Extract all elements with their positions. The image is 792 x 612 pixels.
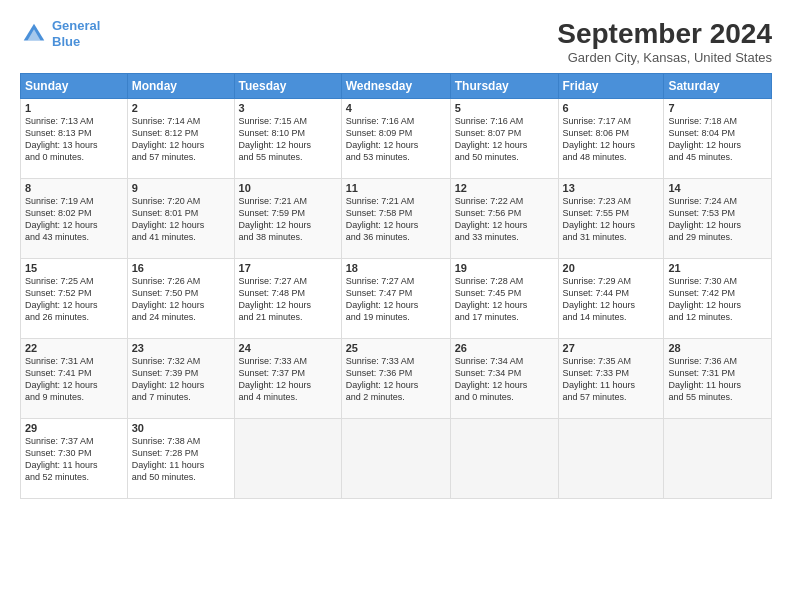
day-number: 26 bbox=[455, 342, 554, 354]
col-header-monday: Monday bbox=[127, 74, 234, 99]
day-info: Sunrise: 7:24 AM Sunset: 7:53 PM Dayligh… bbox=[668, 195, 767, 244]
month-title: September 2024 bbox=[557, 18, 772, 50]
day-info: Sunrise: 7:32 AM Sunset: 7:39 PM Dayligh… bbox=[132, 355, 230, 404]
table-row bbox=[341, 419, 450, 499]
col-header-friday: Friday bbox=[558, 74, 664, 99]
table-row: 9Sunrise: 7:20 AM Sunset: 8:01 PM Daylig… bbox=[127, 179, 234, 259]
day-info: Sunrise: 7:27 AM Sunset: 7:48 PM Dayligh… bbox=[239, 275, 337, 324]
day-info: Sunrise: 7:16 AM Sunset: 8:09 PM Dayligh… bbox=[346, 115, 446, 164]
day-number: 13 bbox=[563, 182, 660, 194]
header: General Blue September 2024 Garden City,… bbox=[20, 18, 772, 65]
table-row bbox=[664, 419, 772, 499]
table-row: 11Sunrise: 7:21 AM Sunset: 7:58 PM Dayli… bbox=[341, 179, 450, 259]
logo-icon bbox=[20, 20, 48, 48]
table-row: 15Sunrise: 7:25 AM Sunset: 7:52 PM Dayli… bbox=[21, 259, 128, 339]
day-number: 22 bbox=[25, 342, 123, 354]
day-number: 16 bbox=[132, 262, 230, 274]
day-info: Sunrise: 7:22 AM Sunset: 7:56 PM Dayligh… bbox=[455, 195, 554, 244]
col-header-sunday: Sunday bbox=[21, 74, 128, 99]
table-row bbox=[558, 419, 664, 499]
day-info: Sunrise: 7:17 AM Sunset: 8:06 PM Dayligh… bbox=[563, 115, 660, 164]
day-number: 15 bbox=[25, 262, 123, 274]
day-info: Sunrise: 7:23 AM Sunset: 7:55 PM Dayligh… bbox=[563, 195, 660, 244]
table-row: 5Sunrise: 7:16 AM Sunset: 8:07 PM Daylig… bbox=[450, 99, 558, 179]
day-number: 21 bbox=[668, 262, 767, 274]
day-number: 28 bbox=[668, 342, 767, 354]
calendar-week-row: 15Sunrise: 7:25 AM Sunset: 7:52 PM Dayli… bbox=[21, 259, 772, 339]
day-number: 24 bbox=[239, 342, 337, 354]
day-number: 6 bbox=[563, 102, 660, 114]
day-info: Sunrise: 7:34 AM Sunset: 7:34 PM Dayligh… bbox=[455, 355, 554, 404]
day-number: 19 bbox=[455, 262, 554, 274]
table-row: 20Sunrise: 7:29 AM Sunset: 7:44 PM Dayli… bbox=[558, 259, 664, 339]
day-info: Sunrise: 7:18 AM Sunset: 8:04 PM Dayligh… bbox=[668, 115, 767, 164]
day-number: 4 bbox=[346, 102, 446, 114]
day-info: Sunrise: 7:30 AM Sunset: 7:42 PM Dayligh… bbox=[668, 275, 767, 324]
calendar: Sunday Monday Tuesday Wednesday Thursday… bbox=[20, 73, 772, 499]
calendar-week-row: 1Sunrise: 7:13 AM Sunset: 8:13 PM Daylig… bbox=[21, 99, 772, 179]
logo-line2: Blue bbox=[52, 34, 80, 49]
day-info: Sunrise: 7:33 AM Sunset: 7:36 PM Dayligh… bbox=[346, 355, 446, 404]
calendar-header-row: Sunday Monday Tuesday Wednesday Thursday… bbox=[21, 74, 772, 99]
table-row: 17Sunrise: 7:27 AM Sunset: 7:48 PM Dayli… bbox=[234, 259, 341, 339]
table-row bbox=[450, 419, 558, 499]
table-row: 16Sunrise: 7:26 AM Sunset: 7:50 PM Dayli… bbox=[127, 259, 234, 339]
col-header-thursday: Thursday bbox=[450, 74, 558, 99]
day-number: 2 bbox=[132, 102, 230, 114]
logo-text: General Blue bbox=[52, 18, 100, 49]
day-info: Sunrise: 7:20 AM Sunset: 8:01 PM Dayligh… bbox=[132, 195, 230, 244]
table-row: 7Sunrise: 7:18 AM Sunset: 8:04 PM Daylig… bbox=[664, 99, 772, 179]
day-info: Sunrise: 7:26 AM Sunset: 7:50 PM Dayligh… bbox=[132, 275, 230, 324]
table-row: 14Sunrise: 7:24 AM Sunset: 7:53 PM Dayli… bbox=[664, 179, 772, 259]
day-info: Sunrise: 7:13 AM Sunset: 8:13 PM Dayligh… bbox=[25, 115, 123, 164]
day-info: Sunrise: 7:25 AM Sunset: 7:52 PM Dayligh… bbox=[25, 275, 123, 324]
day-number: 30 bbox=[132, 422, 230, 434]
table-row: 4Sunrise: 7:16 AM Sunset: 8:09 PM Daylig… bbox=[341, 99, 450, 179]
calendar-week-row: 22Sunrise: 7:31 AM Sunset: 7:41 PM Dayli… bbox=[21, 339, 772, 419]
day-number: 18 bbox=[346, 262, 446, 274]
day-info: Sunrise: 7:15 AM Sunset: 8:10 PM Dayligh… bbox=[239, 115, 337, 164]
table-row: 3Sunrise: 7:15 AM Sunset: 8:10 PM Daylig… bbox=[234, 99, 341, 179]
logo-line1: General bbox=[52, 18, 100, 33]
day-info: Sunrise: 7:14 AM Sunset: 8:12 PM Dayligh… bbox=[132, 115, 230, 164]
calendar-week-row: 29Sunrise: 7:37 AM Sunset: 7:30 PM Dayli… bbox=[21, 419, 772, 499]
day-info: Sunrise: 7:21 AM Sunset: 7:58 PM Dayligh… bbox=[346, 195, 446, 244]
location: Garden City, Kansas, United States bbox=[557, 50, 772, 65]
day-number: 3 bbox=[239, 102, 337, 114]
day-info: Sunrise: 7:33 AM Sunset: 7:37 PM Dayligh… bbox=[239, 355, 337, 404]
table-row: 10Sunrise: 7:21 AM Sunset: 7:59 PM Dayli… bbox=[234, 179, 341, 259]
table-row: 6Sunrise: 7:17 AM Sunset: 8:06 PM Daylig… bbox=[558, 99, 664, 179]
table-row: 30Sunrise: 7:38 AM Sunset: 7:28 PM Dayli… bbox=[127, 419, 234, 499]
day-info: Sunrise: 7:21 AM Sunset: 7:59 PM Dayligh… bbox=[239, 195, 337, 244]
day-info: Sunrise: 7:19 AM Sunset: 8:02 PM Dayligh… bbox=[25, 195, 123, 244]
day-info: Sunrise: 7:31 AM Sunset: 7:41 PM Dayligh… bbox=[25, 355, 123, 404]
day-info: Sunrise: 7:37 AM Sunset: 7:30 PM Dayligh… bbox=[25, 435, 123, 484]
logo: General Blue bbox=[20, 18, 100, 49]
day-number: 25 bbox=[346, 342, 446, 354]
table-row: 23Sunrise: 7:32 AM Sunset: 7:39 PM Dayli… bbox=[127, 339, 234, 419]
calendar-week-row: 8Sunrise: 7:19 AM Sunset: 8:02 PM Daylig… bbox=[21, 179, 772, 259]
day-info: Sunrise: 7:16 AM Sunset: 8:07 PM Dayligh… bbox=[455, 115, 554, 164]
table-row: 29Sunrise: 7:37 AM Sunset: 7:30 PM Dayli… bbox=[21, 419, 128, 499]
table-row: 21Sunrise: 7:30 AM Sunset: 7:42 PM Dayli… bbox=[664, 259, 772, 339]
day-info: Sunrise: 7:29 AM Sunset: 7:44 PM Dayligh… bbox=[563, 275, 660, 324]
day-number: 23 bbox=[132, 342, 230, 354]
table-row bbox=[234, 419, 341, 499]
table-row: 13Sunrise: 7:23 AM Sunset: 7:55 PM Dayli… bbox=[558, 179, 664, 259]
table-row: 26Sunrise: 7:34 AM Sunset: 7:34 PM Dayli… bbox=[450, 339, 558, 419]
title-block: September 2024 Garden City, Kansas, Unit… bbox=[557, 18, 772, 65]
day-number: 17 bbox=[239, 262, 337, 274]
day-number: 8 bbox=[25, 182, 123, 194]
table-row: 24Sunrise: 7:33 AM Sunset: 7:37 PM Dayli… bbox=[234, 339, 341, 419]
day-number: 10 bbox=[239, 182, 337, 194]
day-number: 12 bbox=[455, 182, 554, 194]
table-row: 19Sunrise: 7:28 AM Sunset: 7:45 PM Dayli… bbox=[450, 259, 558, 339]
table-row: 8Sunrise: 7:19 AM Sunset: 8:02 PM Daylig… bbox=[21, 179, 128, 259]
day-number: 14 bbox=[668, 182, 767, 194]
day-number: 1 bbox=[25, 102, 123, 114]
table-row: 1Sunrise: 7:13 AM Sunset: 8:13 PM Daylig… bbox=[21, 99, 128, 179]
col-header-saturday: Saturday bbox=[664, 74, 772, 99]
table-row: 12Sunrise: 7:22 AM Sunset: 7:56 PM Dayli… bbox=[450, 179, 558, 259]
table-row: 28Sunrise: 7:36 AM Sunset: 7:31 PM Dayli… bbox=[664, 339, 772, 419]
col-header-wednesday: Wednesday bbox=[341, 74, 450, 99]
